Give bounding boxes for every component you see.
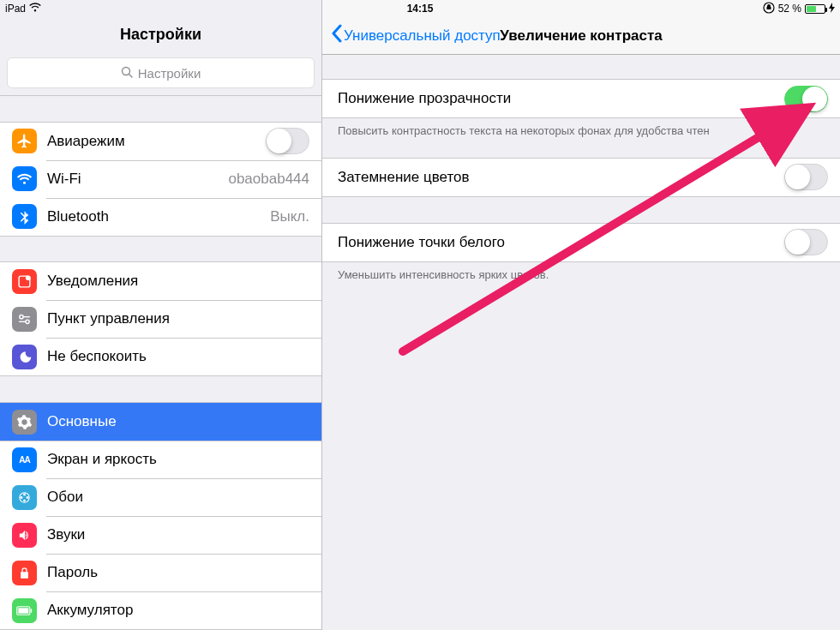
chevron-left-icon	[331, 24, 342, 47]
sidebar-item-label: Экран и яркость	[47, 451, 321, 468]
svg-point-13	[21, 496, 23, 499]
sidebar-item-wifi[interactable]: Wi-Fi obaobab444	[0, 160, 321, 198]
charging-icon	[829, 3, 835, 15]
sidebar-item-label: Не беспокоить	[47, 348, 321, 365]
sidebar-item-battery[interactable]: Аккумулятор	[0, 591, 321, 629]
row-darken-colors[interactable]: Затемнение цветов	[322, 159, 840, 196]
svg-point-11	[27, 496, 29, 499]
row-label: Затемнение цветов	[338, 169, 784, 186]
status-time: 14:15	[407, 3, 434, 15]
detail-section-transparency: Понижение прозрачности	[322, 79, 840, 118]
sidebar-item-bluetooth[interactable]: Bluetooth Выкл.	[0, 198, 321, 236]
detail-section-darken: Затемнение цветов	[322, 158, 840, 197]
sidebar-item-notifications[interactable]: Уведомления	[0, 262, 321, 300]
detail-title: Увеличение контраста	[500, 27, 662, 45]
sidebar-item-wallpaper[interactable]: Обои	[0, 478, 321, 516]
reduce-white-point-toggle[interactable]	[784, 229, 828, 255]
gear-icon	[12, 410, 37, 435]
search-icon	[121, 66, 133, 81]
sidebar-item-airplane[interactable]: Авиарежим	[0, 123, 321, 160]
wifi-settings-icon	[12, 166, 37, 191]
svg-point-5	[20, 315, 23, 318]
svg-rect-16	[18, 608, 28, 613]
airplane-toggle[interactable]	[266, 128, 309, 154]
row-label: Понижение точки белого	[338, 234, 784, 251]
moon-icon	[12, 345, 37, 369]
sidebar-item-label: Уведомления	[47, 273, 321, 290]
bluetooth-icon	[12, 204, 37, 229]
battery-settings-icon	[12, 598, 37, 623]
svg-point-12	[23, 499, 26, 501]
sidebar-item-label: Обои	[47, 489, 321, 506]
svg-point-7	[26, 320, 29, 323]
wifi-icon	[29, 3, 41, 15]
sidebar-item-label: Аккумулятор	[47, 602, 321, 619]
lock-icon	[12, 561, 37, 585]
sidebar-group-connectivity: Авиарежим Wi-Fi obaobab444 Bluetooth Вык…	[0, 122, 321, 237]
sidebar-item-label: Пароль	[47, 564, 321, 581]
bluetooth-status: Выкл.	[270, 208, 309, 225]
status-bar: iPad 14:15 52 %	[0, 0, 840, 17]
control-center-icon	[12, 307, 37, 332]
battery-icon	[805, 4, 825, 14]
sidebar-item-control-center[interactable]: Пункт управления	[0, 300, 321, 338]
row-reduce-transparency[interactable]: Понижение прозрачности	[322, 80, 840, 117]
sidebar-group-alerts: Уведомления Пункт управления Не беспокои…	[0, 261, 321, 376]
darken-colors-toggle[interactable]	[784, 164, 828, 190]
airplane-icon	[12, 129, 37, 153]
wallpaper-icon	[12, 485, 37, 510]
search-input[interactable]: Настройки	[7, 57, 315, 88]
text-size-icon: AA	[12, 447, 37, 472]
detail-pane: Универсальный доступ Увеличение контраст…	[322, 0, 840, 630]
battery-percent: 52 %	[778, 3, 801, 15]
speaker-icon	[12, 523, 37, 548]
wifi-network-name: obaobab444	[228, 171, 309, 188]
svg-line-2	[129, 74, 132, 77]
row-label: Понижение прозрачности	[338, 90, 784, 107]
svg-point-10	[23, 493, 26, 495]
sidebar-item-do-not-disturb[interactable]: Не беспокоить	[0, 338, 321, 375]
settings-sidebar: Настройки Настройки Авиарежим	[0, 0, 322, 630]
sidebar-item-label: Bluetooth	[47, 208, 270, 225]
reduce-transparency-toggle[interactable]	[784, 86, 828, 112]
notifications-icon	[12, 269, 37, 294]
sidebar-item-label: Звуки	[47, 526, 321, 543]
sidebar-item-label: Wi-Fi	[47, 171, 228, 188]
sidebar-item-sounds[interactable]: Звуки	[0, 516, 321, 554]
orientation-lock-icon	[763, 2, 775, 16]
search-placeholder: Настройки	[138, 66, 201, 81]
svg-rect-15	[31, 609, 33, 613]
sidebar-item-label: Авиарежим	[47, 133, 266, 150]
detail-section-whitepoint: Понижение точки белого	[322, 223, 840, 262]
sidebar-item-label: Основные	[47, 413, 321, 430]
whitepoint-footer: Уменьшить интенсивность ярких цветов.	[322, 262, 840, 283]
sidebar-item-display-brightness[interactable]: AA Экран и яркость	[0, 441, 321, 478]
device-name: iPad	[5, 3, 26, 15]
svg-point-4	[26, 275, 31, 280]
back-label: Универсальный доступ	[344, 27, 501, 45]
back-button[interactable]: Универсальный доступ	[331, 24, 501, 47]
sidebar-item-general[interactable]: Основные	[0, 403, 321, 441]
sidebar-group-general: Основные AA Экран и яркость Обои Звуки	[0, 402, 321, 630]
sidebar-item-label: Пункт управления	[47, 310, 321, 327]
sidebar-item-passcode[interactable]: Пароль	[0, 554, 321, 591]
transparency-footer: Повысить контрастность текста на некотор…	[322, 118, 840, 139]
row-reduce-white-point[interactable]: Понижение точки белого	[322, 224, 840, 261]
